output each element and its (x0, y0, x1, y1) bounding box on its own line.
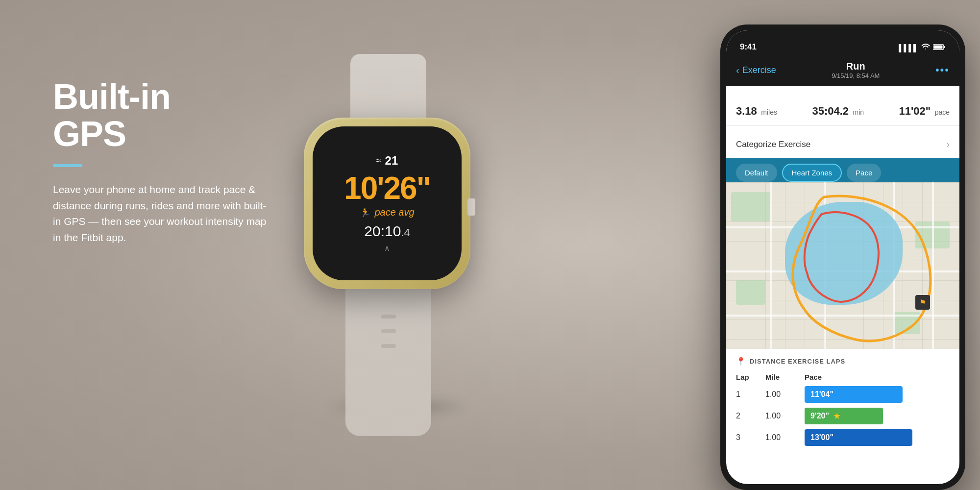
laps-section: 📍 DISTANCE EXERCISE LAPS Lap Mile Pace 1… (726, 349, 959, 459)
phone-screen: 9:41 ▌▌▌▌ (726, 30, 959, 484)
stat-distance-unit: miles (761, 108, 777, 116)
lap-1-mile: 1.00 (765, 390, 805, 399)
stat-distance: 3.18 miles (736, 105, 777, 118)
categorize-label: Categorize Exercise (736, 140, 810, 149)
laps-pin-icon: 📍 (736, 357, 746, 366)
lap-3-mile: 1.00 (765, 433, 805, 442)
watch-time: 20:10.4 (364, 223, 410, 240)
watch-container: ≈ 21 10'26" 🏃 pace avg 20:10.4 ∧ (235, 24, 539, 456)
headline-line1: Built-in (53, 77, 171, 116)
route-flag-marker: ⚑ (915, 295, 930, 310)
app-header: ‹ Exercise Run 9/15/19, 8:54 AM ••• (726, 56, 959, 86)
tab-pace[interactable]: Pace (847, 164, 881, 182)
watch-pace-label-row: 🏃 pace avg (360, 207, 414, 218)
phone-container: 9:41 ▌▌▌▌ (706, 24, 980, 490)
col-header-lap: Lap (736, 373, 765, 381)
stat-pace-value: 11'02" (899, 105, 931, 117)
lap-2-num: 2 (736, 412, 765, 420)
map-route-svg (726, 182, 959, 349)
status-time: 9:41 (740, 42, 757, 52)
watch-case: ≈ 21 10'26" 🏃 pace avg 20:10.4 ∧ (304, 118, 470, 289)
svg-rect-2 (944, 46, 945, 48)
lap-3-pace-bar: 13'00" (805, 429, 912, 446)
headline-line2: GPS (53, 114, 126, 153)
lap-1-pace-bar: 11'04" (805, 386, 903, 403)
lap-2-pace-text: 9'20" (810, 412, 829, 420)
watch-band-bottom (345, 274, 431, 436)
band-notch-1 (381, 315, 396, 318)
lap-2-mile: 1.00 (765, 412, 805, 420)
lap-1-pace-text: 11'04" (810, 390, 833, 399)
back-label[interactable]: Exercise (742, 65, 776, 75)
header-title: Run (832, 61, 880, 72)
phone-notch (804, 30, 882, 46)
wifi-icon (921, 44, 930, 52)
watch-steps-icon: ≈ (376, 156, 381, 166)
signal-icon: ▌▌▌▌ (899, 44, 918, 52)
band-notch-2 (381, 329, 396, 333)
table-row: 1 1.00 11'04" (736, 386, 950, 403)
col-header-pace: Pace (805, 373, 950, 381)
lap-2-pace-bar: 9'20" ★ (805, 408, 883, 424)
stat-distance-value: 3.18 (736, 105, 757, 117)
col-header-mile: Mile (765, 373, 805, 381)
watch-pace-main: 10'26" (344, 172, 430, 204)
lap-3-pace-text: 13'00" (810, 433, 833, 442)
stat-pace-unit: pace (935, 108, 950, 116)
back-chevron-icon: ‹ (736, 65, 739, 76)
stat-pace: 11'02" pace (899, 105, 950, 118)
map-area: ⚑ (726, 182, 959, 349)
watch-screen: ≈ 21 10'26" 🏃 pace avg 20:10.4 ∧ (313, 126, 462, 280)
watch-timer-icon: 🏃 (360, 207, 370, 218)
header-back[interactable]: ‹ Exercise (736, 65, 776, 76)
watch-pace-label: pace avg (374, 207, 414, 218)
categorize-row[interactable]: Categorize Exercise › (726, 131, 959, 158)
lap-2-star-icon: ★ (833, 411, 841, 421)
band-notch-3 (381, 344, 396, 348)
tab-default[interactable]: Default (736, 164, 777, 182)
more-options-button[interactable]: ••• (935, 64, 950, 76)
svg-rect-1 (934, 46, 943, 49)
watch-side-button (467, 198, 475, 216)
tab-heart-zones[interactable]: Heart Zones (782, 164, 842, 182)
table-row: 3 1.00 13'00" (736, 429, 950, 446)
stat-duration: 35:04.2 min (812, 105, 864, 118)
laps-header: 📍 DISTANCE EXERCISE LAPS (736, 357, 950, 366)
watch-chevron: ∧ (384, 244, 390, 253)
battery-icon (933, 44, 946, 52)
phone-body: 9:41 ▌▌▌▌ (720, 24, 965, 490)
table-row: 2 1.00 9'20" ★ (736, 408, 950, 424)
accent-line (53, 164, 82, 167)
watch-step-row: ≈ 21 (376, 154, 398, 168)
stats-row: 3.18 miles 35:04.2 min 11'02" pace (726, 97, 959, 126)
stat-duration-value: 35:04.2 (812, 105, 849, 117)
laps-table: Lap Mile Pace 1 1.00 11'04" 2 (736, 373, 950, 446)
header-center: Run 9/15/19, 8:54 AM (832, 61, 880, 79)
header-subtitle: 9/15/19, 8:54 AM (832, 72, 880, 79)
categorize-chevron-icon: › (946, 139, 950, 150)
watch-steps-num: 21 (385, 154, 398, 168)
laps-col-headers: Lap Mile Pace (736, 373, 950, 381)
status-icons: ▌▌▌▌ (899, 44, 946, 52)
laps-title: DISTANCE EXERCISE LAPS (750, 358, 845, 365)
lap-3-num: 3 (736, 433, 765, 442)
lap-1-num: 1 (736, 390, 765, 399)
watch-body: ≈ 21 10'26" 🏃 pace avg 20:10.4 ∧ (274, 54, 500, 436)
stat-duration-unit: min (853, 108, 864, 116)
